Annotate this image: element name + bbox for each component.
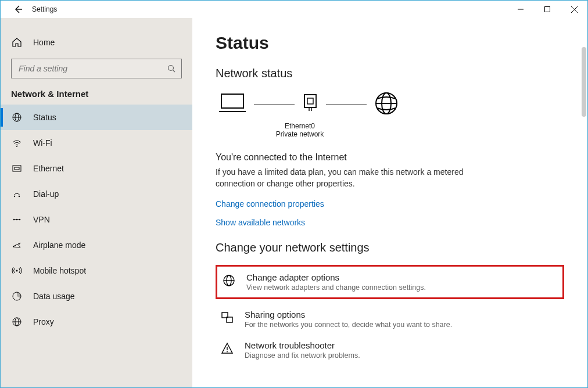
status-heading: Network status — [216, 67, 564, 80]
sidebar-item-label: Data usage — [33, 292, 75, 301]
svg-line-5 — [173, 70, 175, 73]
sidebar-item-label: Wi-Fi — [33, 138, 52, 148]
adapter-icon — [302, 94, 319, 116]
adapter-options-icon — [221, 272, 237, 289]
sidebar-item-label: Status — [33, 113, 56, 122]
wifi-icon — [11, 138, 23, 148]
svg-point-18 — [16, 270, 18, 272]
network-type-label: Private network — [216, 130, 384, 138]
network-diagram — [216, 91, 564, 118]
minimize-button[interactable] — [507, 1, 534, 18]
settings-window: Settings Home — [0, 0, 588, 388]
svg-rect-11 — [15, 167, 19, 170]
back-button[interactable] — [6, 1, 30, 18]
sidebar-item-dialup[interactable]: Dial-up — [1, 181, 192, 207]
svg-point-12 — [14, 196, 15, 197]
arrow-left-icon — [13, 5, 23, 14]
sidebar-item-proxy[interactable]: Proxy — [1, 309, 192, 335]
show-available-networks-link[interactable]: Show available networks — [216, 218, 564, 227]
sidebar-item-label: Airplane mode — [33, 240, 85, 250]
sidebar-section-title: Network & Internet — [1, 85, 192, 105]
svg-point-4 — [168, 66, 174, 71]
page-title: Status — [216, 33, 564, 53]
svg-rect-1 — [545, 7, 550, 12]
row-title: Sharing options — [245, 310, 452, 319]
globe-icon — [11, 112, 23, 123]
vpn-icon — [11, 214, 23, 225]
network-troubleshooter-row[interactable]: Network troubleshooter Diagnose and fix … — [216, 335, 564, 365]
dialup-icon — [11, 189, 23, 199]
sharing-icon — [219, 310, 235, 326]
sidebar-item-label: Dial-up — [33, 189, 59, 199]
diagram-labels: Ethernet0 Private network — [216, 122, 384, 138]
main-content: Status Network status Ethernet0 Private … — [192, 18, 587, 387]
adapter-name-label: Ethernet0 — [216, 122, 384, 130]
change-adapter-options-row[interactable]: Change adapter options View network adap… — [216, 265, 564, 299]
svg-rect-25 — [304, 95, 316, 107]
row-title: Network troubleshooter — [245, 340, 360, 350]
sidebar-item-vpn[interactable]: VPN — [1, 207, 192, 232]
connector-line — [254, 105, 295, 105]
sidebar-item-wifi[interactable]: Wi-Fi — [1, 130, 192, 156]
sidebar-item-label: Proxy — [33, 317, 54, 326]
close-button[interactable] — [561, 1, 587, 18]
connector-line — [326, 105, 367, 105]
internet-globe-icon — [374, 91, 399, 118]
svg-rect-10 — [13, 166, 21, 171]
change-connection-properties-link[interactable]: Change connection properties — [216, 199, 564, 209]
ethernet-icon — [11, 163, 23, 174]
close-icon — [571, 6, 578, 13]
connection-desc: If you have a limited data plan, you can… — [216, 166, 465, 190]
svg-rect-23 — [221, 94, 243, 108]
change-settings-heading: Change your network settings — [216, 241, 564, 254]
sidebar-item-hotspot[interactable]: Mobile hotspot — [1, 258, 192, 283]
minimize-icon — [518, 6, 524, 12]
search-icon — [167, 64, 175, 73]
svg-rect-26 — [307, 98, 313, 104]
sidebar-item-label: Ethernet — [33, 164, 64, 173]
row-desc: View network adapters and change connect… — [246, 283, 426, 292]
sidebar-item-datausage[interactable]: Data usage — [1, 283, 192, 309]
row-desc: Diagnose and fix network problems. — [245, 351, 360, 360]
search-input[interactable] — [17, 63, 167, 74]
sharing-options-row[interactable]: Sharing options For the networks you con… — [216, 304, 564, 335]
svg-point-13 — [19, 196, 20, 197]
airplane-icon — [11, 240, 23, 250]
proxy-icon — [11, 317, 23, 327]
home-label: Home — [33, 38, 55, 47]
sidebar-item-label: Mobile hotspot — [33, 266, 86, 275]
hotspot-icon — [11, 265, 23, 276]
row-desc: For the networks you connect to, decide … — [245, 321, 452, 329]
troubleshoot-icon — [219, 340, 235, 357]
sidebar-item-label: VPN — [33, 215, 50, 224]
home-nav-item[interactable]: Home — [1, 30, 192, 55]
maximize-icon — [544, 6, 550, 12]
sidebar: Home Network & Internet Status Wi-Fi — [1, 18, 192, 387]
window-controls — [507, 1, 587, 18]
svg-point-38 — [227, 351, 228, 352]
scrollbar[interactable] — [582, 47, 586, 117]
titlebar: Settings — [1, 1, 587, 18]
computer-icon — [218, 92, 247, 117]
home-icon — [11, 37, 23, 48]
connection-title: You're connected to the Internet — [216, 152, 564, 163]
sidebar-item-status[interactable]: Status — [1, 105, 192, 130]
search-box[interactable] — [11, 59, 182, 78]
sidebar-item-airplane[interactable]: Airplane mode — [1, 232, 192, 258]
maximize-button[interactable] — [534, 1, 561, 18]
window-title: Settings — [32, 5, 57, 13]
svg-point-9 — [16, 146, 17, 147]
sidebar-item-ethernet[interactable]: Ethernet — [1, 156, 192, 181]
data-usage-icon — [11, 291, 23, 301]
row-title: Change adapter options — [246, 272, 426, 282]
